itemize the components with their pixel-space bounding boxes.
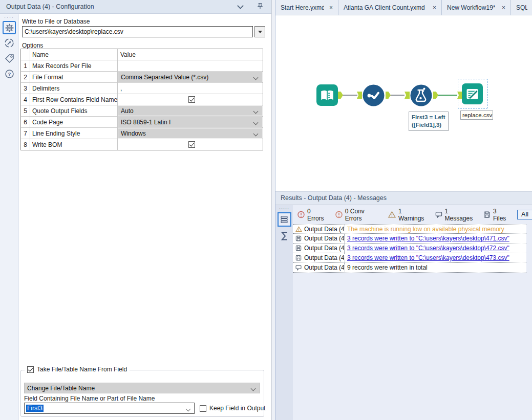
code-page-dropdown[interactable]: ISO 8859-1 Latin I bbox=[118, 117, 262, 127]
annotation-tag-icon[interactable] bbox=[3, 52, 16, 65]
alteryx-designer-window: Output Data (4) - Configuration ···· bbox=[0, 0, 532, 420]
connection-line[interactable] bbox=[390, 95, 405, 96]
warning-icon bbox=[388, 210, 396, 219]
take-file-name-label: Take File/Table Name From Field bbox=[37, 366, 127, 373]
table-row: 6 Code Page ISO 8859-1 Latin I bbox=[21, 116, 263, 127]
results-left-strip: ····· bbox=[275, 205, 293, 420]
file-browse-dropdown-button[interactable] bbox=[254, 26, 265, 37]
change-file-name-dropdown[interactable]: Change File/Table Name bbox=[24, 383, 260, 393]
connection-line-selected[interactable] bbox=[438, 95, 457, 96]
results-toolbar: 0 Errors 0 Conv Errors bbox=[293, 205, 532, 224]
file-save-icon bbox=[295, 235, 302, 242]
svg-text:?: ? bbox=[8, 71, 11, 77]
messages-filter[interactable]: 1 Messages bbox=[435, 208, 476, 222]
message-row[interactable]: Output Data (4 3 records were written to… bbox=[293, 253, 526, 263]
configuration-titlebar: Output Data (4) - Configuration bbox=[0, 0, 271, 14]
file-save-icon bbox=[295, 254, 302, 261]
max-records-value-cell[interactable] bbox=[118, 60, 263, 71]
input-anchor[interactable] bbox=[357, 92, 362, 99]
panel-divider[interactable] bbox=[271, 0, 275, 420]
formula-annotation[interactable]: First3 = Left ([Field1],3) bbox=[409, 112, 449, 131]
output-tool-label[interactable]: replace.csv bbox=[460, 110, 493, 120]
performance-profile-icon[interactable] bbox=[3, 36, 16, 50]
table-row: 4 First Row Contains Field Names bbox=[21, 94, 263, 105]
options-header-row: Name Value bbox=[21, 49, 263, 60]
connection-line[interactable] bbox=[343, 95, 357, 96]
configuration-title: Output Data (4) - Configuration bbox=[6, 3, 94, 10]
results-title: Results - Output Data (4) - Messages bbox=[281, 194, 387, 202]
write-bom-checkbox[interactable] bbox=[188, 141, 195, 148]
all-filter-button[interactable]: All bbox=[517, 210, 532, 219]
formula-tool[interactable] bbox=[410, 84, 432, 108]
line-ending-style-dropdown[interactable]: Windows bbox=[118, 128, 262, 138]
help-icon[interactable]: ? bbox=[3, 67, 16, 80]
close-icon[interactable]: × bbox=[324, 4, 333, 11]
table-row: 3 Delimiters , bbox=[21, 82, 263, 94]
file-written-link[interactable]: 3 records were written to "C:\users\kaye… bbox=[345, 235, 509, 242]
file-written-link[interactable]: 3 records were written to "C:\users\kaye… bbox=[345, 254, 509, 261]
table-row: 1 Max Records Per File bbox=[21, 60, 263, 71]
tab-new-workflow19[interactable]: New Workflow19* × bbox=[442, 0, 511, 15]
message-row[interactable]: Output Data (4 9 records were written in… bbox=[293, 263, 526, 273]
output-anchor[interactable] bbox=[338, 92, 343, 99]
delimiters-value-cell[interactable]: , bbox=[118, 83, 263, 94]
chevron-down-icon bbox=[186, 407, 191, 412]
input-anchor[interactable] bbox=[405, 92, 410, 99]
message-row[interactable]: Output Data (4 3 records were written to… bbox=[293, 234, 526, 244]
chevron-down-icon bbox=[253, 109, 259, 114]
quote-output-fields-dropdown[interactable]: Auto bbox=[118, 106, 262, 116]
workflow-canvas[interactable]: First3 = Left ([Field1],3) replace.csv bbox=[275, 15, 532, 189]
select-tool[interactable] bbox=[363, 84, 385, 108]
settings-tab-gear-icon[interactable] bbox=[3, 21, 16, 34]
options-header-name: Name bbox=[30, 49, 118, 60]
tab-atlanta-ga-client-count[interactable]: Atlanta GA Client Count.yxmd × bbox=[338, 0, 442, 15]
field-containing-label: Field Containing File Name or Part of Fi… bbox=[24, 395, 155, 402]
messages-view-icon[interactable] bbox=[278, 212, 291, 227]
tab-start-here[interactable]: Start Here.yxmd × bbox=[275, 0, 338, 15]
field-name-selected-value: First3 bbox=[26, 405, 44, 412]
close-icon[interactable]: × bbox=[428, 4, 436, 11]
strip-drag-handle[interactable]: ····· bbox=[279, 206, 289, 210]
total-records-message: 9 records were written in total bbox=[345, 264, 428, 271]
results-rows: Output Data (4 The machine is running lo… bbox=[293, 224, 526, 273]
table-row: 5 Quote Output Fields Auto bbox=[21, 105, 263, 116]
output-anchor[interactable] bbox=[386, 92, 391, 99]
output-data-tool[interactable] bbox=[462, 83, 483, 106]
error-icon bbox=[297, 210, 305, 219]
message-icon bbox=[295, 264, 302, 271]
sidebar-drag-handle[interactable]: ···· bbox=[4, 15, 14, 20]
field-name-combobox[interactable]: First3 bbox=[24, 403, 195, 414]
keep-field-checkbox[interactable] bbox=[200, 405, 206, 412]
warning-icon bbox=[295, 226, 303, 233]
workflow-tabbar: Start Here.yxmd × Atlanta GA Client Coun… bbox=[275, 0, 532, 15]
write-to-file-label: Write to File or Database bbox=[22, 18, 90, 25]
data-view-icon[interactable] bbox=[278, 229, 291, 243]
file-save-icon bbox=[295, 245, 302, 252]
options-label: Options bbox=[22, 42, 43, 49]
options-header-value: Value bbox=[118, 49, 263, 60]
first-row-field-names-checkbox[interactable] bbox=[188, 96, 195, 103]
file-written-link[interactable]: 3 records were written to "C:\users\kaye… bbox=[345, 245, 509, 252]
errors-filter[interactable]: 0 Errors bbox=[297, 208, 328, 222]
input-data-tool[interactable] bbox=[316, 84, 338, 107]
tab-sql-truncated[interactable]: SQL Se bbox=[511, 0, 532, 15]
pin-icon[interactable] bbox=[256, 2, 264, 12]
warning-message: The machine is running low on available … bbox=[345, 226, 504, 233]
close-icon[interactable]: × bbox=[497, 4, 505, 11]
file-format-dropdown[interactable]: Comma Separated Value (*.csv) bbox=[118, 72, 262, 82]
results-body: ····· bbox=[275, 205, 532, 420]
take-file-name-checkbox[interactable] bbox=[27, 366, 34, 373]
file-path-input[interactable] bbox=[22, 26, 253, 37]
output-anchor[interactable] bbox=[433, 92, 438, 99]
files-filter[interactable]: 3 Files bbox=[483, 208, 510, 222]
message-row[interactable]: Output Data (4 3 records were written to… bbox=[293, 244, 526, 253]
chevron-down-icon bbox=[253, 131, 259, 137]
conv-errors-filter[interactable]: 0 Conv Errors bbox=[335, 208, 380, 222]
chevron-down-icon bbox=[253, 75, 259, 80]
collapse-chevron-icon[interactable] bbox=[237, 3, 244, 9]
results-titlebar: Results - Output Data (4) - Messages bbox=[275, 191, 532, 205]
message-row[interactable]: Output Data (4 The machine is running lo… bbox=[293, 224, 526, 234]
message-icon bbox=[435, 210, 443, 219]
conv-error-icon bbox=[335, 210, 343, 219]
warnings-filter[interactable]: 1 Warnings bbox=[388, 208, 427, 222]
